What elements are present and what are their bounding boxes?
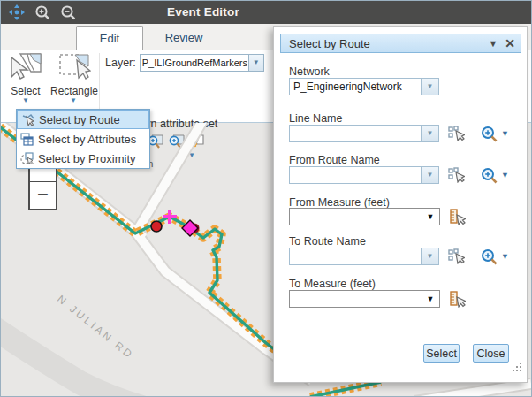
to-measure-dropdown-arrow[interactable]: ▼ (422, 291, 439, 307)
to-route-zoom-icon[interactable] (481, 248, 498, 265)
to-measure-label: To Measure (feet) (289, 278, 376, 290)
to-measure-ruler-icon[interactable] (449, 291, 466, 308)
select-by-proximity-icon (19, 151, 34, 165)
to-route-dropdown-button[interactable]: ▼ (421, 248, 438, 264)
from-measure-dropdown-arrow[interactable]: ▼ (422, 209, 439, 225)
panel-collapse-icon[interactable]: ▼ (488, 38, 498, 49)
layer-value: P_ILIGroundRefMarkers (141, 55, 248, 71)
network-dropdown-button[interactable]: ▼ (421, 79, 438, 95)
network-input[interactable] (290, 79, 421, 95)
layer-label: Layer: (105, 57, 136, 69)
rectangle-tool-icon (56, 68, 91, 83)
to-measure-combobox[interactable]: ▼ (289, 290, 440, 308)
line-name-pick-on-map-icon[interactable] (448, 126, 465, 141)
panel-header[interactable]: Select by Route ▼ ✕ (280, 34, 521, 53)
select-tool-button[interactable]: Select ▼ (3, 52, 49, 104)
tab-review[interactable]: Review (143, 26, 224, 50)
line-name-combobox[interactable]: ▼ (289, 125, 439, 142)
map-zoom-out-button[interactable]: − (30, 182, 56, 209)
line-name-input[interactable] (290, 126, 421, 141)
network-combobox[interactable]: ▼ (289, 78, 439, 95)
from-measure-label: From Measure (feet) (289, 196, 390, 209)
network-label: Network (289, 65, 330, 78)
from-route-zoom-icon[interactable] (481, 167, 498, 184)
menu-item-select-by-proximity[interactable]: Select by Proximity (17, 149, 149, 168)
from-measure-ruler-icon[interactable] (449, 209, 466, 225)
to-route-pick-on-map-icon[interactable] (448, 248, 465, 264)
select-by-attributes-icon (19, 132, 34, 146)
layer-combobox[interactable]: P_ILIGroundRefMarkers ▼ (140, 54, 264, 72)
menu-item-label: Select by Attributes (38, 133, 136, 146)
from-measure-input[interactable] (290, 209, 422, 225)
to-route-combobox[interactable]: ▼ (289, 248, 439, 265)
tab-edit[interactable]: Edit (76, 26, 143, 51)
from-route-input[interactable] (290, 167, 421, 183)
zoom-out-icon[interactable] (58, 4, 78, 21)
from-route-dropdown-button[interactable]: ▼ (421, 167, 438, 183)
panel-title: Select by Route (289, 37, 488, 50)
to-measure-input[interactable] (290, 291, 422, 307)
menu-item-select-by-attributes[interactable]: Select by Attributes (17, 129, 149, 149)
to-route-label: To Route Name (289, 235, 366, 248)
select-button[interactable]: Select (423, 344, 460, 363)
rectangle-dropdown-arrow[interactable]: ▼ (50, 97, 96, 104)
select-dropdown-arrow[interactable]: ▼ (3, 97, 49, 104)
rectangle-tool-label: Rectangle (50, 85, 96, 97)
select-tool-label: Select (3, 85, 49, 97)
line-name-zoom-dropdown-arrow[interactable]: ▼ (501, 129, 509, 138)
panel-resize-grip[interactable] (513, 363, 521, 371)
from-route-zoom-dropdown-arrow[interactable]: ▼ (501, 171, 509, 179)
menu-item-label: Select by Proximity (38, 152, 136, 165)
event-editor-window: Event Editor Map Edit Review Select ▼ (0, 0, 532, 397)
app-header: Event Editor (1, 1, 532, 24)
app-title: Event Editor (167, 5, 239, 19)
from-measure-combobox[interactable]: ▼ (289, 208, 440, 225)
close-button[interactable]: Close (473, 344, 509, 363)
menu-item-label: Select by Route (39, 113, 120, 126)
pan-icon[interactable] (7, 4, 27, 21)
from-route-pick-on-map-icon[interactable] (448, 167, 465, 183)
select-dropdown-menu: Select by Route Select by Attributes (16, 109, 150, 169)
line-name-label: Line Name (289, 112, 342, 125)
line-name-zoom-icon[interactable] (481, 126, 498, 142)
select-by-route-panel: Select by Route ▼ ✕ Network ▼ Line Name … (273, 26, 528, 383)
to-route-input[interactable] (290, 248, 421, 264)
zoom-in-icon[interactable] (33, 4, 52, 21)
select-by-route-icon (20, 112, 35, 126)
from-route-label: From Route Name (289, 154, 380, 166)
panel-close-icon[interactable]: ✕ (505, 36, 515, 50)
menu-item-select-by-route[interactable]: Select by Route (17, 110, 149, 129)
layer-dropdown-button[interactable]: ▼ (248, 55, 263, 71)
from-route-combobox[interactable]: ▼ (289, 166, 439, 184)
select-tool-icon (8, 68, 43, 83)
to-route-zoom-dropdown-arrow[interactable]: ▼ (501, 252, 509, 261)
rectangle-tool-button[interactable]: Rectangle ▼ (50, 52, 96, 104)
line-name-dropdown-button[interactable]: ▼ (421, 126, 438, 141)
